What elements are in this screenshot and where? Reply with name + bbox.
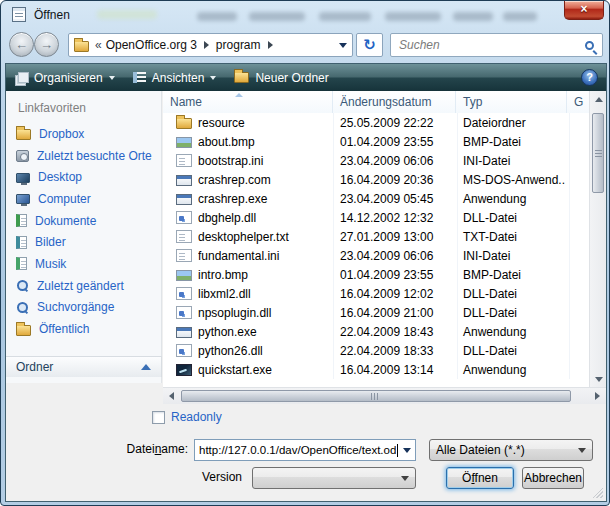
file-row[interactable]: npsoplugin.dll16.04.2009 21:00DLL-Datei <box>163 303 589 322</box>
file-date: 27.01.2009 13:00 <box>331 230 454 244</box>
organize-icon <box>15 72 28 84</box>
file-date: 16.04.2009 12:02 <box>331 287 454 301</box>
column-header-date[interactable]: Änderungsdatum <box>333 91 456 113</box>
sidebar-item-dropbox[interactable]: Dropbox <box>6 123 162 145</box>
computer-icon <box>16 194 30 204</box>
file-row[interactable]: resource25.05.2009 22:22Dateiordner <box>163 113 589 132</box>
sidebar-item-desktop[interactable]: Desktop <box>6 166 162 188</box>
sidebar-item-music[interactable]: Musik <box>6 253 162 275</box>
address-bar[interactable]: « OpenOffice.org 3 program <box>68 33 353 57</box>
vertical-scrollbar[interactable] <box>589 91 606 387</box>
organize-button[interactable]: Organisieren <box>6 64 124 91</box>
file-row[interactable]: crashrep.exe23.04.2009 05:45Anwendung <box>163 189 589 208</box>
sidebar-item-label: Zuletzt besuchte Orte <box>37 149 152 163</box>
chevron-right-icon[interactable] <box>268 41 273 49</box>
desktop-icon <box>16 173 30 183</box>
filename-input[interactable]: http://127.0.0.1/dav/OpenOffice/text.odt <box>194 439 416 461</box>
chevron-down-icon <box>210 76 216 80</box>
file-type: DLL-Datei <box>454 344 565 358</box>
sidebar-item-documents[interactable]: Dokumente <box>6 210 162 232</box>
file-type: BMP-Datei <box>454 135 565 149</box>
file-name: quickstart.exe <box>198 363 331 377</box>
file-date: 16.04.2009 20:36 <box>331 173 454 187</box>
file-row[interactable]: intro.bmp01.04.2009 23:55BMP-Datei <box>163 265 589 284</box>
file-name: fundamental.ini <box>198 249 331 263</box>
file-date: 16.04.2009 13:14 <box>331 363 454 377</box>
scroll-up-button[interactable] <box>590 91 607 107</box>
file-row[interactable]: desktophelper.txt27.01.2009 13:00TXT-Dat… <box>163 227 589 246</box>
horizontal-scrollbar[interactable] <box>163 387 606 404</box>
new-folder-label: Neuer Ordner <box>255 71 328 85</box>
new-folder-icon <box>234 72 249 83</box>
recent-places-icon <box>16 150 29 162</box>
titlebar: Öffnen × <box>1 1 610 29</box>
search-input[interactable]: Suchen <box>390 33 603 57</box>
chevron-down-icon <box>403 448 411 453</box>
version-dropdown[interactable] <box>252 467 416 489</box>
scroll-right-button[interactable] <box>589 388 606 404</box>
readonly-label[interactable]: Readonly <box>171 410 222 424</box>
breadcrumb-item[interactable]: program <box>216 38 261 52</box>
back-button[interactable]: ← <box>9 32 34 57</box>
file-name: crashrep.exe <box>198 192 331 206</box>
music-icon <box>16 257 27 270</box>
close-button[interactable]: × <box>564 1 604 20</box>
dialog-footer: Readonly Dateiname: http://127.0.0.1/dav… <box>6 404 606 501</box>
help-button[interactable]: ? <box>581 69 598 86</box>
file-date: 01.04.2009 23:55 <box>331 268 454 282</box>
sidebar-item-public[interactable]: Öffentlich <box>6 318 162 340</box>
open-button[interactable]: Öffnen <box>446 467 514 489</box>
command-toolbar: Organisieren Ansichten Neuer Ordner ? <box>6 64 606 91</box>
sort-ascending-icon <box>235 93 243 97</box>
file-date: 23.04.2009 06:06 <box>331 154 454 168</box>
filetype-dropdown[interactable]: Alle Dateien (*.*) <box>429 439 593 461</box>
file-row[interactable]: quickstart.exe16.04.2009 13:14Anwendung <box>163 360 589 379</box>
app-icon <box>176 194 192 205</box>
breadcrumb-overflow[interactable]: « <box>95 38 102 52</box>
file-row[interactable]: dbghelp.dll14.12.2002 12:32DLL-Datei <box>163 208 589 227</box>
scroll-left-button[interactable] <box>163 388 180 404</box>
address-dropdown-button[interactable] <box>334 34 352 56</box>
column-header-name[interactable]: Name <box>163 91 333 113</box>
column-header-size[interactable]: G <box>567 91 589 113</box>
views-button[interactable]: Ansichten <box>124 64 226 91</box>
search-placeholder: Suchen <box>399 38 440 52</box>
folders-expander[interactable]: Ordner <box>6 356 162 377</box>
sidebar-item-recent-places[interactable]: Zuletzt besuchte Orte <box>6 145 162 167</box>
file-row[interactable]: fundamental.ini23.04.2009 06:06INI-Datei <box>163 246 589 265</box>
sidebar-item-computer[interactable]: Computer <box>6 188 162 210</box>
sidebar-item-searches[interactable]: Suchvorgänge <box>6 297 162 319</box>
refresh-button[interactable]: ↻ <box>356 33 383 57</box>
file-row[interactable]: libxml2.dll16.04.2009 12:02DLL-Datei <box>163 284 589 303</box>
breadcrumb-item[interactable]: OpenOffice.org 3 <box>106 38 197 52</box>
file-row[interactable]: python26.dll22.04.2009 18:33DLL-Datei <box>163 341 589 360</box>
column-header-type[interactable]: Typ <box>456 91 567 113</box>
readonly-checkbox[interactable] <box>152 411 165 424</box>
horizontal-scroll-thumb[interactable] <box>181 390 571 402</box>
file-row[interactable]: python.exe22.04.2009 18:43Anwendung <box>163 322 589 341</box>
file-row[interactable]: crashrep.com16.04.2009 20:36MS-DOS-Anwen… <box>163 170 589 189</box>
filename-dropdown-button[interactable] <box>398 440 415 460</box>
sidebar-item-label: Bilder <box>35 235 66 249</box>
chevron-right-icon[interactable] <box>204 41 209 49</box>
cancel-button[interactable]: Abbrechen <box>522 467 584 489</box>
file-row[interactable]: bootstrap.ini23.04.2009 06:06INI-Datei <box>163 151 589 170</box>
app-icon <box>176 327 192 338</box>
vertical-scroll-thumb[interactable] <box>592 113 604 193</box>
sidebar-item-recently-changed[interactable]: Zuletzt geändert <box>6 275 162 297</box>
file-name: npsoplugin.dll <box>198 306 331 320</box>
resize-grip[interactable] <box>592 487 603 498</box>
sidebar-item-pictures[interactable]: Bilder <box>6 231 162 253</box>
new-folder-button[interactable]: Neuer Ordner <box>225 64 337 91</box>
forward-button[interactable]: → <box>34 32 59 57</box>
scroll-up-icon <box>595 97 603 102</box>
folders-label: Ordner <box>16 360 53 374</box>
help-icon: ? <box>586 71 593 83</box>
dos-app-icon <box>176 175 192 186</box>
file-type: DLL-Datei <box>454 306 565 320</box>
file-date: 14.12.2002 12:32 <box>331 211 454 225</box>
blurred-background <box>503 12 537 21</box>
file-name: python26.dll <box>198 344 331 358</box>
file-row[interactable]: about.bmp01.04.2009 23:55BMP-Datei <box>163 132 589 151</box>
scroll-down-button[interactable] <box>590 371 607 387</box>
